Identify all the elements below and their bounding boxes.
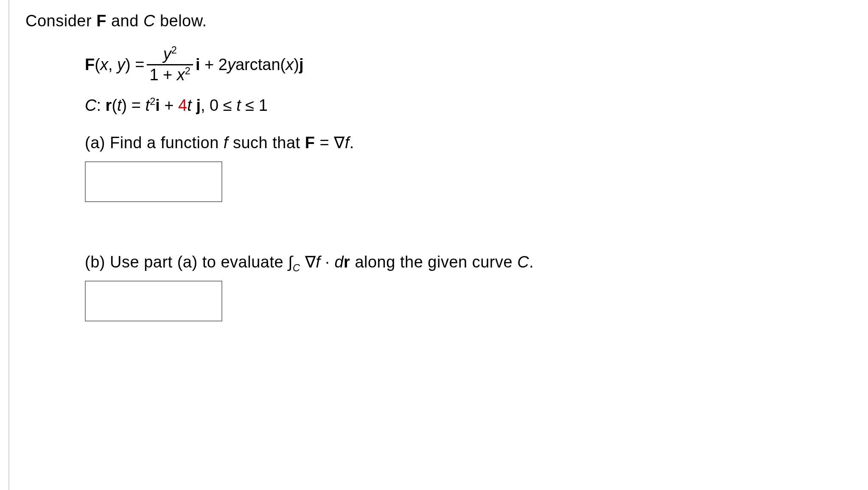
curve-tj: t (187, 96, 196, 114)
part-a-eq: = (315, 134, 334, 152)
part-b-nabla: ∇ (305, 253, 316, 271)
curve-r: r (106, 96, 112, 114)
part-b-period: . (529, 253, 534, 271)
part-b-rest: along the given curve (350, 253, 517, 271)
left-border-rule (8, 0, 9, 490)
curve-j: j (196, 96, 201, 114)
fraction-denominator: 1 + x2 (147, 65, 193, 85)
part-b-d: d (334, 253, 344, 271)
vector-field-equation: F(x, y) = y2 1 + x2 i + 2yarctan(x)j (85, 45, 534, 84)
part-a-mid: such that (228, 134, 305, 152)
part-a-text: (a) Find a function (85, 134, 224, 152)
eq-x2: x (286, 56, 294, 73)
curve-range-pre: , 0 ≤ (201, 96, 236, 114)
eq-y2: y (227, 56, 235, 73)
eq-arctan: arctan( (235, 56, 286, 73)
curve-open: ( (112, 96, 117, 114)
intro-C: C (143, 12, 155, 30)
intro-text-suffix: below. (155, 12, 207, 30)
part-a-prompt: (a) Find a function f such that F = ∇f. (85, 133, 534, 152)
part-b-integral: ∫ (288, 253, 293, 271)
eq-j: j (299, 56, 304, 73)
question-content: Consider F and C below. F(x, y) = y2 1 +… (25, 12, 534, 325)
num-exp: 2 (171, 45, 177, 56)
curve-exp2: 2 (150, 96, 155, 107)
den-one-plus: 1 + (149, 66, 176, 84)
curve-close-eq: ) = (122, 96, 146, 114)
eq-y: y (117, 56, 125, 73)
fraction-numerator: y2 (161, 45, 179, 64)
eq-plus-2: + 2 (200, 56, 227, 73)
curve-range-post: ≤ 1 (241, 96, 268, 114)
curve-t2: t (146, 96, 150, 114)
curve-i: i (155, 96, 160, 114)
eq-comma: , (108, 56, 117, 73)
part-b-text: (b) Use part (a) to evaluate (85, 253, 288, 271)
part-a-period: . (350, 134, 354, 152)
curve-4: 4 (178, 96, 187, 114)
fraction: y2 1 + x2 (147, 45, 193, 84)
curve-plus: + (160, 96, 178, 114)
eq-x: x (100, 56, 108, 73)
part-b-sub-C: C (293, 262, 300, 273)
num-y: y (163, 45, 171, 63)
answer-input-b[interactable] (85, 281, 222, 321)
part-b-f: f (316, 253, 320, 271)
curve-colon: : (96, 96, 105, 114)
eq-open: ( (95, 56, 100, 73)
curve-C: C (85, 96, 96, 114)
part-a-nabla: ∇ (334, 134, 345, 152)
eq-close2: ) (294, 56, 299, 73)
part-a-f: f (224, 134, 228, 152)
intro-text-prefix: Consider (25, 12, 96, 30)
eq-F: F (85, 56, 95, 73)
intro-text-mid: and (106, 12, 143, 30)
part-b-r: r (344, 253, 350, 271)
eq-close-eq: ) = (125, 56, 144, 73)
answer-input-a[interactable] (85, 161, 222, 202)
curve-definition: C: r(t) = t2i + 4t j, 0 ≤ t ≤ 1 (85, 96, 534, 115)
intro-line: Consider F and C below. (25, 12, 534, 30)
intro-F: F (96, 12, 106, 30)
eq-i: i (196, 56, 200, 73)
part-b-C2: C (517, 253, 529, 271)
curve-t: t (117, 96, 122, 114)
curve-range-t: t (236, 96, 241, 114)
part-a-F: F (305, 134, 315, 152)
part-b-prompt: (b) Use part (a) to evaluate ∫C ∇f · dr … (85, 253, 534, 271)
part-b-dot: · (320, 253, 334, 271)
part-b-sp (300, 253, 305, 271)
den-exp: 2 (185, 65, 190, 76)
den-x: x (177, 66, 185, 84)
part-a-f2: f (345, 134, 350, 152)
